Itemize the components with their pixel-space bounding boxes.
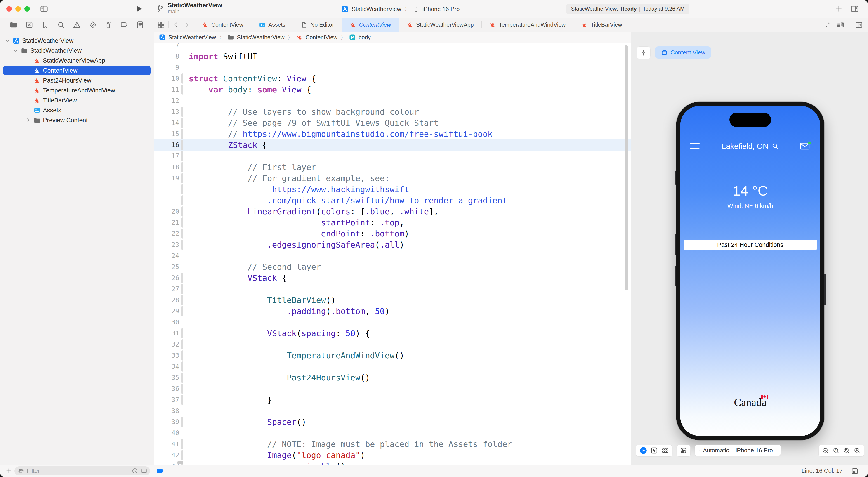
breadcrumb-contentview[interactable]: ContentView	[296, 34, 338, 41]
tab-no-editor[interactable]: No Editor	[293, 18, 342, 32]
gutter-line-number[interactable]: 40	[154, 427, 179, 439]
sidebar-item-staticweatherviewapp[interactable]: StaticWeatherViewApp	[0, 56, 154, 65]
source-control-summary[interactable]: StaticWeatherView main	[156, 2, 222, 14]
selectable-mode-button[interactable]	[650, 447, 658, 454]
scheme-selector[interactable]: StaticWeatherView 〉 iPhone 16 Pro	[341, 4, 460, 14]
navigator-tab-issues[interactable]	[73, 21, 81, 29]
filter-field[interactable]	[14, 466, 150, 475]
add-editor-icon[interactable]	[855, 21, 863, 29]
gutter-line-number[interactable]: 31	[154, 328, 179, 339]
gutter-line-number[interactable]: 39	[154, 416, 179, 427]
filter-input[interactable]	[26, 467, 129, 475]
gutter-line-number[interactable]: 37	[154, 394, 179, 405]
gutter-line-number[interactable]: 36	[154, 383, 179, 394]
sidebar-item-past24hoursview[interactable]: Past24HoursView	[0, 76, 154, 85]
gutter-line-number[interactable]: 30	[154, 317, 179, 328]
menu-icon[interactable]	[690, 143, 700, 149]
run-button[interactable]	[135, 4, 143, 13]
gutter-line-number[interactable]: 38	[154, 405, 179, 416]
add-file-icon[interactable]	[5, 467, 13, 475]
gutter-line-number[interactable]: 35	[154, 372, 179, 383]
gutter-line-number[interactable]: 13	[154, 106, 179, 117]
gutter-line-number[interactable]: 7	[154, 43, 179, 51]
breadcrumb-staticweatherview[interactable]: StaticWeatherView	[159, 34, 216, 41]
editor-options-icon[interactable]	[837, 21, 845, 29]
editor-only-layout-icon[interactable]	[851, 467, 859, 475]
navigator-tab-breakpoints[interactable]	[120, 21, 128, 29]
gutter-line-number[interactable]: 19	[154, 173, 179, 184]
gutter-line-number[interactable]: 11	[154, 84, 179, 95]
gutter-line-number[interactable]: 8	[154, 51, 179, 62]
sidebar-item-preview-content[interactable]: Preview Content	[0, 115, 154, 125]
past-24-hour-conditions-button[interactable]: Past 24 Hour Conditions	[684, 240, 817, 250]
gutter-line-number[interactable]: 28	[154, 295, 179, 306]
tab-contentview[interactable]: ContentView	[194, 18, 251, 32]
search-icon[interactable]	[772, 142, 779, 150]
gutter-line-number[interactable]: 16	[154, 140, 179, 151]
tab-temperatureandwindview[interactable]: TemperatureAndWindView	[482, 18, 574, 32]
zoom-out-icon[interactable]	[822, 447, 829, 454]
toggle-navigator-icon[interactable]	[40, 4, 49, 13]
gutter-line-number[interactable]: 17	[154, 151, 179, 161]
gutter-line-number[interactable]: 42	[154, 450, 179, 461]
recent-files-icon[interactable]	[131, 468, 138, 474]
gutter-line-number[interactable]: 29	[154, 306, 179, 317]
related-items-icon[interactable]	[824, 21, 832, 29]
chevron-down-icon[interactable]	[13, 48, 19, 54]
preview-tab[interactable]: Content View	[655, 46, 711, 59]
live-preview-button[interactable]	[640, 447, 647, 454]
close-window-button[interactable]	[6, 6, 12, 11]
device-settings-button[interactable]	[680, 447, 687, 454]
gutter-line-number[interactable]: 41	[154, 439, 179, 450]
gutter-line-number[interactable]: 14	[154, 117, 179, 128]
mail-icon[interactable]	[800, 142, 811, 151]
gutter-line-number[interactable]: 12	[154, 95, 179, 106]
preview-device-selector[interactable]: Automatic – iPhone 16 Pro	[694, 445, 781, 456]
sidebar-item-contentview[interactable]: ContentView	[0, 65, 154, 76]
gutter-line-number[interactable]: 25	[154, 261, 179, 272]
go-back-icon[interactable]	[172, 21, 180, 29]
gutter-line-number[interactable]: 10	[154, 73, 179, 84]
gutter-line-number[interactable]: 9	[154, 62, 179, 73]
navigator-tab-find[interactable]	[57, 21, 65, 29]
tab-titlebarview[interactable]: TitleBarView	[574, 18, 630, 32]
gutter-line-number[interactable]: 18	[154, 161, 179, 173]
gutter-line-number[interactable]: 43	[154, 461, 179, 465]
sidebar-item-staticweatherview[interactable]: StaticWeatherView	[0, 36, 154, 46]
navigator-tab-bookmarks[interactable]	[41, 21, 49, 29]
editor-grid-icon[interactable]	[157, 21, 165, 29]
navigator-tab-debug[interactable]	[104, 21, 113, 29]
sidebar-item-temperatureandwindview[interactable]: TemperatureAndWindView	[0, 85, 154, 95]
minimize-window-button[interactable]	[16, 6, 21, 11]
navigator-tab-tests[interactable]	[89, 21, 97, 29]
gutter-line-number[interactable]: 32	[154, 339, 179, 350]
zoom-in-icon[interactable]	[853, 447, 861, 454]
zoom-fit-icon[interactable]	[843, 447, 850, 454]
zoom-100-icon[interactable]: 1	[832, 447, 840, 454]
zoom-window-button[interactable]	[24, 6, 30, 11]
gutter-line-number[interactable]: 24	[154, 250, 179, 261]
source-control-status-icon[interactable]	[141, 468, 147, 474]
gutter-line-number[interactable]: 26	[154, 272, 179, 284]
gutter-line-number[interactable]: 22	[154, 228, 179, 239]
navigator-tab-source-control[interactable]	[25, 21, 33, 29]
toggle-inspector-icon[interactable]	[850, 4, 859, 13]
tab-staticweatherviewapp[interactable]: StaticWeatherViewApp	[399, 18, 482, 32]
breakpoints-toggle-icon[interactable]	[156, 468, 164, 474]
gutter-line-number[interactable]: 33	[154, 350, 179, 361]
sidebar-item-staticweatherview[interactable]: StaticWeatherView	[0, 46, 154, 56]
library-add-icon[interactable]	[835, 4, 843, 13]
chevron-right-icon[interactable]	[25, 117, 31, 123]
gutter-line-number[interactable]: 21	[154, 217, 179, 228]
editor-horizontal-scrollbar[interactable]	[178, 461, 183, 464]
navigator-tab-project-navigator[interactable]	[9, 21, 18, 29]
gutter-line-number[interactable]: 34	[154, 361, 179, 372]
tab-assets[interactable]: Assets	[251, 18, 293, 32]
editor-scrollbar[interactable]	[625, 45, 628, 291]
breadcrumb-body[interactable]: Pbody	[349, 34, 371, 41]
chevron-down-icon[interactable]	[4, 38, 10, 43]
code-editor[interactable]: 78import SwiftUI910struct ContentView: V…	[154, 43, 631, 465]
tab-contentview-active[interactable]: ContentView	[342, 18, 399, 32]
gutter-line-number[interactable]: 15	[154, 128, 179, 140]
gutter-line-number[interactable]: 20	[154, 206, 179, 217]
